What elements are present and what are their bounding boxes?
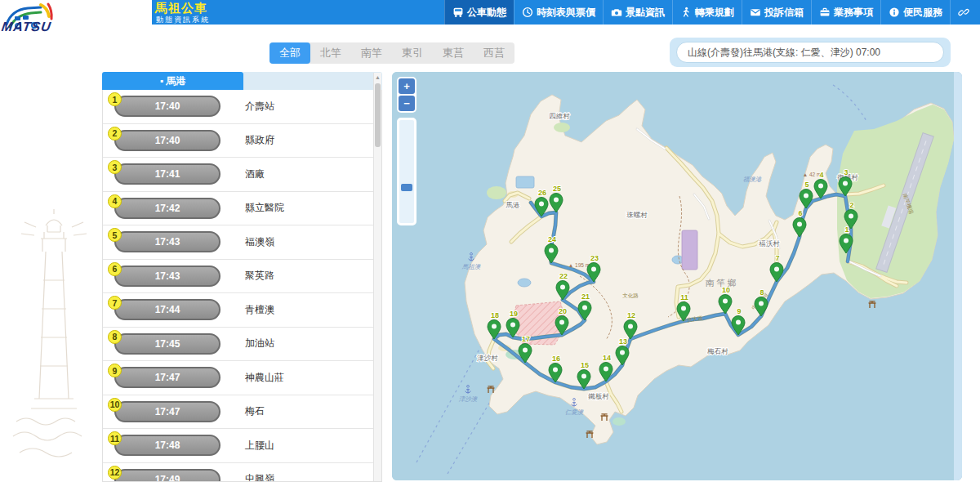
nav-item-timetable-fares[interactable]: 時刻表與票價: [514, 0, 603, 25]
nav-item-complaint-mailbox[interactable]: 投訴信箱: [742, 0, 811, 25]
map-canvas[interactable]: 四維村馬港珠螺村福沃村復興村南竿鄉梅石村津沙村鐵板村福澳港馬祖澳津沙澳仁愛澳中央…: [392, 72, 962, 480]
map-label: 馬港: [506, 201, 520, 209]
stop-order-badge: 6: [108, 262, 122, 276]
nav-item-external-link[interactable]: [950, 0, 980, 25]
stop-time-button[interactable]: 17:43: [114, 231, 220, 252]
map-label: ▲ 195 m: [568, 262, 590, 268]
route-banner-text: 山線(介壽發)往馬港(支線: 仁愛、津沙) 07:00: [688, 46, 880, 60]
map-label: 仁愛澳: [565, 408, 584, 416]
map-label: 四維村: [549, 112, 570, 120]
stop-row[interactable]: 8 17:45 加油站: [103, 328, 381, 362]
stop-name: 聚英路: [245, 269, 274, 283]
stop-order-badge: 8: [108, 330, 122, 344]
svg-text:21: 21: [581, 292, 590, 301]
stop-time-button[interactable]: 17:40: [114, 96, 220, 117]
stop-time-button[interactable]: 17:47: [114, 401, 220, 422]
svg-text:16: 16: [552, 355, 560, 363]
svg-text:22: 22: [559, 272, 568, 280]
stop-row[interactable]: 6 17:43 聚英路: [103, 260, 381, 294]
stop-order-badge: 7: [108, 296, 122, 310]
site-logo[interactable]: MATSU: [0, 0, 152, 38]
mail-icon: [750, 7, 761, 18]
stop-order-badge: 9: [108, 364, 122, 377]
zoom-slider-handle[interactable]: [401, 184, 412, 191]
nav-item-attractions[interactable]: 景點資訊: [603, 0, 672, 25]
stop-row[interactable]: 12 17:49 中興嶺: [103, 463, 381, 482]
stop-time-button[interactable]: 17:45: [114, 333, 220, 355]
map-label: 鐵板村: [588, 392, 609, 400]
stop-time-button[interactable]: 17:41: [114, 163, 220, 185]
tab-beigan[interactable]: 北竿: [310, 42, 351, 64]
stop-row[interactable]: 4 17:42 縣立醫院: [103, 192, 381, 226]
stop-row[interactable]: 7 17:44 青檀澳: [103, 293, 381, 328]
stop-name: 上腰山: [245, 439, 274, 453]
svg-text:9: 9: [737, 307, 741, 315]
map-label: 津沙澳: [459, 395, 478, 403]
stop-row[interactable]: 11 17:48 上腰山: [103, 429, 381, 463]
tab-dongju[interactable]: 東莒: [433, 42, 474, 64]
svg-text:12: 12: [627, 311, 635, 319]
svg-text:1: 1: [844, 225, 849, 234]
map-zoom-slider[interactable]: [397, 118, 416, 225]
stop-time-button[interactable]: 17:49: [114, 469, 220, 482]
tab-xiju[interactable]: 西莒: [474, 42, 514, 64]
stop-name: 青檀澳: [245, 303, 274, 317]
info-icon: [889, 7, 900, 18]
map-label: 梅石村: [706, 347, 728, 355]
tab-all[interactable]: 全部: [270, 42, 310, 64]
stop-time-button[interactable]: 17:40: [114, 130, 220, 151]
green-patch: [612, 417, 626, 426]
route-banner-band: 山線(介壽發)往馬港(支線: 仁愛、津沙) 07:00: [670, 38, 951, 67]
map-label: 福沃村: [758, 239, 780, 248]
nav-item-label: 時刻表與票價: [537, 6, 595, 20]
stop-time-button[interactable]: 17:48: [114, 435, 220, 456]
clock-icon: [522, 7, 533, 18]
nav-item-citizen-services[interactable]: 便民服務: [880, 0, 950, 25]
stop-time-button[interactable]: 17:43: [114, 266, 220, 287]
map-zoom-control: + −: [397, 77, 416, 113]
stop-order-badge: 12: [108, 466, 122, 480]
map-label: 津沙村: [476, 354, 498, 362]
nav-item-business-matters[interactable]: 業務事項: [811, 0, 880, 25]
svg-text:7: 7: [775, 254, 779, 262]
green-patch: [554, 123, 570, 132]
svg-text:4: 4: [819, 171, 823, 179]
stop-time-button[interactable]: 17:47: [114, 367, 220, 388]
stop-row[interactable]: 2 17:40 縣政府: [103, 124, 381, 158]
zoom-in-button[interactable]: +: [399, 78, 415, 94]
stop-row[interactable]: 10 17:47 梅石: [103, 395, 381, 430]
svg-text:14: 14: [603, 354, 611, 362]
tab-dongyin[interactable]: 東引: [392, 42, 433, 64]
map-label: 福澳港: [743, 176, 762, 183]
scrollbar-thumb[interactable]: [375, 83, 381, 147]
stop-list-scrollbar[interactable]: ▲: [373, 73, 381, 481]
transfer-icon: [680, 7, 692, 18]
stop-row[interactable]: 5 17:43 福澳嶺: [103, 225, 381, 260]
tab-nangan[interactable]: 南竿: [351, 42, 392, 64]
stop-order-badge: 3: [108, 160, 122, 174]
nav-item-transfer-planning[interactable]: 轉乘規劃: [672, 0, 742, 25]
stop-name: 介壽站: [245, 100, 274, 114]
stop-row[interactable]: 9 17:47 神農山莊: [103, 361, 381, 395]
svg-text:5: 5: [804, 181, 808, 189]
map-label: ▲ 42 m: [803, 172, 822, 177]
map-label: 馬祖澳: [461, 263, 481, 270]
svg-text:6: 6: [798, 209, 802, 217]
nav-item-bus-status[interactable]: 公車動態: [444, 0, 514, 25]
zoom-out-button[interactable]: −: [399, 96, 415, 111]
stop-list: 1 17:40 介壽站 2 17:40 縣政府 3 17:41 酒廠 4 17:…: [102, 90, 382, 482]
link-icon: [958, 7, 969, 18]
nav-item-label: 景點資訊: [626, 6, 665, 20]
route-select-banner[interactable]: 山線(介壽發)往馬港(支線: 仁愛、津沙) 07:00: [676, 42, 944, 63]
stop-row[interactable]: 3 17:41 酒廠: [103, 158, 381, 192]
stop-time-button[interactable]: 17:42: [114, 198, 220, 219]
stop-time-button[interactable]: 17:44: [114, 299, 220, 320]
lighthouse-watermark: [5, 203, 103, 480]
stop-order-badge: 11: [108, 431, 122, 445]
camera-icon: [611, 7, 622, 18]
map-label: 珠螺村: [626, 211, 648, 219]
direction-tab[interactable]: ▪ 馬港: [102, 72, 243, 90]
stop-row[interactable]: 1 17:40 介壽站: [103, 90, 381, 124]
nav-item-label: 投訴信箱: [764, 6, 804, 20]
scrollbar-up-arrow[interactable]: ▲: [374, 73, 381, 83]
